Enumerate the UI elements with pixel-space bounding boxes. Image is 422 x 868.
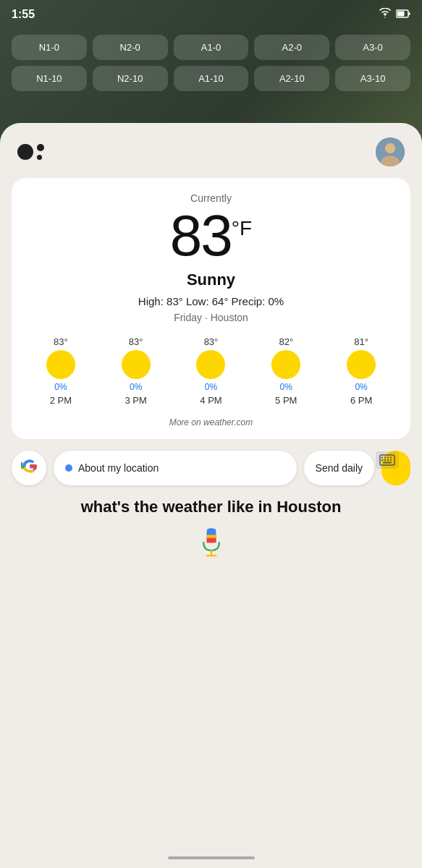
hour-temp-2: 83°	[129, 336, 143, 347]
assistant-header	[12, 135, 410, 169]
svg-rect-11	[390, 456, 392, 458]
sun-icon-1	[46, 350, 75, 379]
main-panel: Currently 83 °F Sunny High: 83° Low: 64°…	[0, 123, 422, 868]
dot-tiny	[37, 155, 42, 160]
hour-time-3: 4 PM	[200, 395, 221, 406]
svg-rect-13	[384, 459, 386, 461]
hour-item-3: 83° 0% 4 PM	[196, 336, 225, 406]
grid-area: N1-0 N2-0 A1-0 A2-0 A3-0 N1-10 N2-10 A1-…	[12, 35, 410, 91]
hour-time-2: 3 PM	[125, 395, 147, 406]
send-daily-label: Send daily	[316, 462, 363, 474]
battery-icon	[396, 9, 410, 20]
hour-time-1: 2 PM	[50, 395, 72, 406]
grid-btn-a1-0[interactable]: A1-0	[174, 35, 249, 60]
grid-btn-n2-0[interactable]: N2-0	[93, 35, 168, 60]
weather-condition: Sunny	[187, 271, 235, 289]
weather-card: Currently 83 °F Sunny High: 83° Low: 64°…	[12, 178, 410, 439]
hourly-forecast: 83° 0% 2 PM 83° 0% 3 PM 83° 0% 4 PM 82° …	[23, 336, 399, 406]
grid-row-1: N1-0 N2-0 A1-0 A2-0 A3-0	[12, 35, 410, 60]
grid-row-2: N1-10 N2-10 A1-10 A2-10 A3-10	[12, 66, 410, 91]
hour-item-2: 83° 0% 3 PM	[122, 336, 151, 406]
status-icons	[379, 8, 410, 21]
hour-temp-4: 82°	[279, 336, 293, 347]
svg-rect-14	[387, 459, 389, 461]
dot-small	[37, 144, 44, 151]
hour-item-4: 82° 0% 5 PM	[271, 336, 300, 406]
keyboard-button[interactable]	[376, 451, 399, 469]
svg-rect-10	[387, 456, 389, 458]
sun-icon-2	[122, 350, 151, 379]
hour-precip-1: 0%	[54, 382, 67, 392]
grid-btn-a3-10[interactable]: A3-10	[335, 66, 410, 91]
svg-rect-27	[206, 539, 216, 542]
status-bar: 1:55	[0, 0, 422, 29]
hour-temp-1: 83°	[54, 336, 68, 347]
keyboard-icon	[376, 451, 399, 469]
svg-rect-12	[381, 459, 383, 461]
location-chip[interactable]: About my location	[54, 451, 297, 485]
avatar-image	[376, 137, 405, 166]
hour-precip-5: 0%	[355, 382, 367, 392]
hour-precip-2: 0%	[130, 382, 142, 392]
svg-rect-24	[206, 531, 216, 535]
weather-currently-label: Currently	[190, 192, 232, 204]
location-chip-label: About my location	[78, 462, 159, 474]
svg-point-6	[385, 143, 395, 153]
grid-btn-a3-0[interactable]: A3-0	[335, 35, 410, 60]
sun-icon-4	[271, 350, 300, 379]
location-dot-icon	[65, 464, 72, 472]
svg-rect-23	[206, 528, 216, 532]
query-text: what's the weather like in Houston	[81, 497, 342, 518]
weather-location: Friday · Houston	[174, 312, 248, 323]
hour-temp-3: 83°	[204, 336, 219, 347]
svg-rect-1	[397, 12, 405, 17]
svg-rect-16	[383, 461, 392, 463]
svg-rect-2	[409, 12, 410, 15]
grid-btn-a2-10[interactable]: A2-10	[254, 66, 329, 91]
hour-item-5: 81° 0% 6 PM	[347, 336, 376, 406]
weather-source[interactable]: More on weather.com	[169, 417, 253, 427]
grid-btn-a2-0[interactable]: A2-0	[254, 35, 329, 60]
hour-precip-4: 0%	[280, 382, 292, 392]
wifi-icon	[379, 8, 392, 21]
weather-temp-row: 83 °F	[170, 207, 252, 265]
dot-large	[17, 144, 33, 160]
grid-btn-a1-10[interactable]: A1-10	[174, 66, 249, 91]
user-avatar[interactable]	[376, 137, 405, 166]
status-time: 1:55	[12, 8, 35, 21]
bottom-chips-bar: About my location Send daily	[12, 451, 410, 485]
weather-details: High: 83° Low: 64° Precip: 0%	[138, 295, 284, 307]
bottom-indicator	[168, 856, 255, 859]
sun-icon-5	[347, 350, 376, 379]
svg-rect-8	[381, 456, 383, 458]
google-g-icon	[21, 458, 37, 478]
svg-rect-15	[390, 459, 392, 461]
sun-icon-3	[196, 350, 225, 379]
send-daily-chip[interactable]: Send daily	[304, 451, 374, 485]
grid-btn-n1-0[interactable]: N1-0	[12, 35, 87, 60]
hour-time-4: 5 PM	[275, 395, 297, 406]
query-row: what's the weather like in Houston	[12, 497, 410, 518]
svg-rect-25	[206, 535, 216, 538]
query-area: what's the weather like in Houston	[12, 497, 410, 561]
hour-temp-5: 81°	[354, 336, 368, 347]
hour-time-5: 6 PM	[350, 395, 372, 406]
weather-temperature: 83	[170, 207, 232, 265]
mic-button[interactable]	[198, 527, 224, 561]
hour-item-1: 83° 0% 2 PM	[46, 336, 75, 406]
hour-precip-3: 0%	[205, 382, 217, 392]
grid-btn-n1-10[interactable]: N1-10	[12, 66, 87, 91]
weather-unit: °F	[232, 218, 252, 239]
assistant-logo	[17, 144, 44, 160]
grid-btn-n2-10[interactable]: N2-10	[93, 66, 168, 91]
svg-rect-9	[384, 456, 386, 458]
google-g-button[interactable]	[12, 451, 46, 485]
